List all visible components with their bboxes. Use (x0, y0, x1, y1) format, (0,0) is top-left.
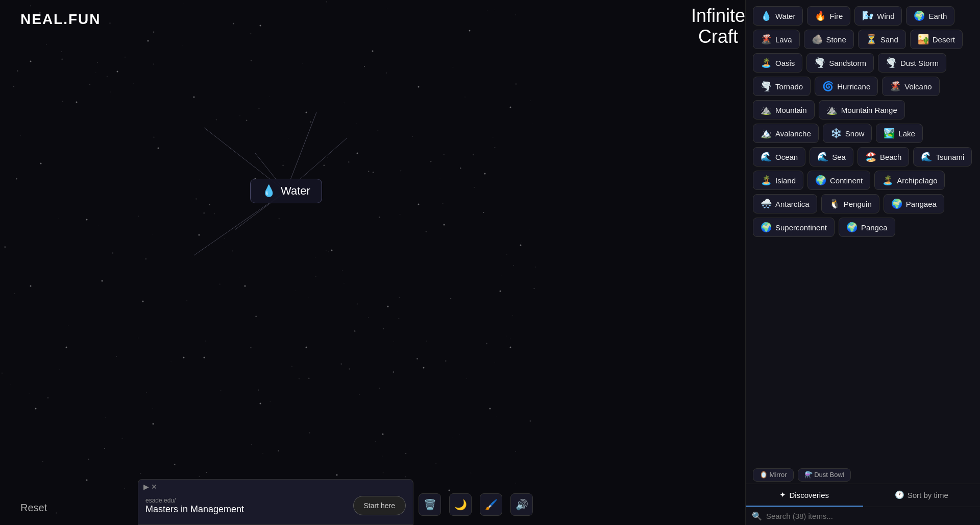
chip-emoji: 🌋 (761, 34, 772, 45)
element-chip-supercontinent[interactable]: 🌍Supercontinent (753, 218, 835, 237)
chip-emoji: 🌍 (815, 175, 826, 186)
dark-mode-button[interactable]: 🌙 (449, 493, 472, 516)
element-chip-water[interactable]: 💧Water (753, 6, 803, 26)
element-chip-stone[interactable]: 🪨Stone (804, 30, 854, 49)
ad-content: esade.edu/ Masters in Management Start h… (145, 496, 406, 515)
ad-close-button[interactable]: ▶ ✕ (143, 483, 157, 491)
chip-emoji: ❄️ (830, 128, 842, 139)
app-title: Infinite Craft (691, 5, 745, 47)
element-chip-pangea[interactable]: 🌍Pangea (839, 218, 895, 237)
element-chip-sand[interactable]: ⏳Sand (858, 30, 906, 49)
chip-label: Lava (775, 35, 792, 44)
chip-emoji: 🌪️ (814, 57, 825, 68)
chip-emoji: 🪨 (812, 34, 823, 45)
ad-banner: ▶ ✕ esade.edu/ Masters in Management Sta… (138, 479, 413, 525)
partial-chip[interactable]: 🪞 Mirror (753, 468, 794, 482)
element-chip-hurricane[interactable]: 🌀Hurricane (815, 77, 878, 96)
stars-background (0, 0, 541, 525)
chip-emoji: 🏞️ (884, 128, 895, 139)
chip-label: Penguin (844, 200, 872, 208)
element-chip-sea[interactable]: 🌊Sea (810, 147, 853, 166)
ad-title: Masters in Management (145, 504, 346, 515)
element-chip-continent[interactable]: 🌍Continent (807, 171, 870, 190)
element-chip-antarctica[interactable]: 🌨️Antarctica (753, 194, 817, 213)
chip-label: Supercontinent (775, 223, 827, 232)
brush-button[interactable]: 🖌️ (480, 493, 502, 516)
chip-label: Desert (933, 35, 955, 44)
element-chip-lava[interactable]: 🌋Lava (753, 30, 800, 49)
element-chip-volcano[interactable]: 🌋Volcano (882, 77, 939, 96)
chip-label: Sandstorm (829, 59, 866, 67)
chip-label: Antarctica (775, 200, 810, 208)
ad-text: esade.edu/ Masters in Management (145, 497, 346, 515)
ad-cta-button[interactable]: Start here (353, 496, 406, 515)
element-chip-beach[interactable]: 🏖️Beach (857, 147, 910, 166)
chip-emoji: 🌊 (921, 151, 932, 162)
chip-emoji: ⛰️ (761, 104, 772, 115)
ad-close-icon: ✕ (151, 483, 157, 491)
chip-label: Ocean (775, 153, 798, 161)
chip-emoji: 🏝️ (882, 175, 893, 186)
search-box: 🔍 (746, 507, 980, 525)
chip-label: Beach (880, 153, 902, 161)
element-chip-wind[interactable]: 🌬️Wind (854, 6, 902, 26)
chip-emoji: 🌋 (890, 81, 901, 92)
chip-label: Island (775, 176, 796, 185)
element-chip-snow[interactable]: ❄️Snow (823, 124, 872, 143)
sidebar-tab-sort-by-time[interactable]: 🕐Sort by time (863, 484, 981, 507)
chip-label: Continent (830, 176, 863, 185)
chip-label: Mountain Range (841, 106, 897, 114)
chip-emoji: 🌨️ (761, 198, 772, 209)
element-chip-pangaea[interactable]: 🌍Pangaea (884, 194, 944, 213)
tab-label: Sort by time (908, 491, 948, 499)
element-chip-mountain[interactable]: ⛰️Mountain (753, 100, 815, 120)
element-chip-lake[interactable]: 🏞️Lake (876, 124, 923, 143)
element-chip-dust-storm[interactable]: 🌪️Dust Storm (878, 53, 946, 73)
water-element[interactable]: 💧 Water (250, 179, 322, 203)
app-title-line1: Infinite (691, 5, 745, 26)
chip-emoji: 🏔️ (761, 128, 772, 139)
element-chip-fire[interactable]: 🔥Fire (807, 6, 850, 26)
chip-label: Avalanche (775, 129, 811, 138)
connection-lines (0, 0, 541, 525)
chip-label: Earth (928, 12, 947, 20)
element-chip-penguin[interactable]: 🐧Penguin (821, 194, 879, 213)
chip-label: Water (775, 12, 795, 20)
sidebar-tab-discoveries[interactable]: ✦Discoveries (746, 484, 863, 507)
chip-emoji: 🏖️ (865, 151, 876, 162)
chip-emoji: ⛰️ (826, 104, 838, 115)
sound-button[interactable]: 🔊 (510, 493, 533, 516)
element-chip-tsunami[interactable]: 🌊Tsunami (913, 147, 972, 166)
chip-emoji: 🏝️ (761, 175, 772, 186)
partial-chip[interactable]: ⚗️ Dust Bowl (798, 468, 851, 482)
element-chip-archipelago[interactable]: 🏝️Archipelago (874, 171, 945, 190)
chip-emoji: 🌀 (822, 81, 834, 92)
canvas-area[interactable]: 💧 Water (0, 0, 541, 525)
element-chip-ocean[interactable]: 🌊Ocean (753, 147, 805, 166)
chip-emoji: 🏜️ (918, 34, 929, 45)
element-chip-oasis[interactable]: 🏝️Oasis (753, 53, 802, 73)
chip-label: Dust Storm (900, 59, 939, 67)
chip-label: Tsunami (936, 153, 964, 161)
delete-button[interactable]: 🗑️ (419, 493, 441, 516)
tab-label: Discoveries (789, 491, 829, 499)
element-chip-island[interactable]: 🏝️Island (753, 171, 803, 190)
search-input[interactable] (766, 512, 974, 520)
chip-label: Snow (845, 129, 865, 138)
element-chip-earth[interactable]: 🌍Earth (906, 6, 954, 26)
chip-label: Tornado (775, 82, 803, 91)
chip-label: Pangea (861, 223, 888, 232)
chip-label: Archipelago (897, 176, 937, 185)
element-chip-sandstorm[interactable]: 🌪️Sandstorm (806, 53, 874, 73)
element-chip-tornado[interactable]: 🌪️Tornado (753, 77, 811, 96)
reset-button[interactable]: Reset (20, 502, 47, 514)
element-chip-avalanche[interactable]: 🏔️Avalanche (753, 124, 819, 143)
chip-label: Lake (898, 129, 915, 138)
chip-emoji: 🔥 (815, 10, 826, 21)
chip-label: Stone (826, 35, 846, 44)
tab-icon: 🕐 (895, 490, 904, 499)
chip-label: Sand (880, 35, 898, 44)
element-chip-desert[interactable]: 🏜️Desert (910, 30, 963, 49)
sidebar-tabs: ✦Discoveries🕐Sort by time (746, 484, 980, 507)
element-chip-mountain-range[interactable]: ⛰️Mountain Range (819, 100, 905, 120)
